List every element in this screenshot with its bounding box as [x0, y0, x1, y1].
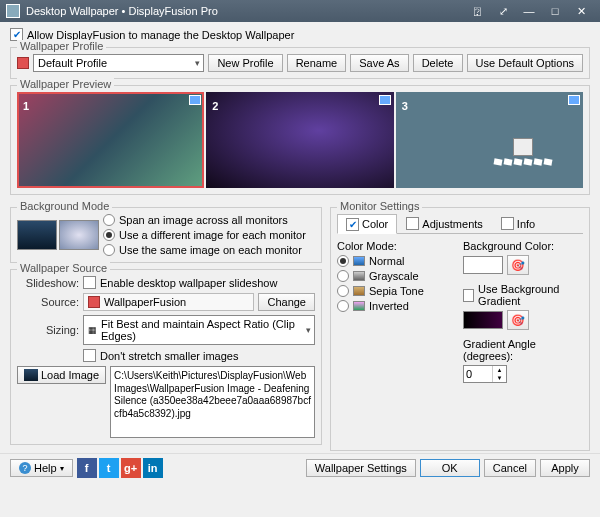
monitor-number-1: 1 [23, 100, 29, 112]
linkedin-icon[interactable]: in [143, 458, 163, 478]
radio-grayscale[interactable] [337, 270, 349, 282]
monitor-icon [568, 95, 580, 105]
monitor-number-3: 3 [402, 100, 408, 112]
gradient-angle-label: Gradient Angle (degrees): [463, 338, 583, 362]
maximize-button[interactable]: □ [542, 2, 568, 20]
slideshow-cb-label: Enable desktop wallpaper slideshow [100, 277, 277, 289]
allow-manage-label: Allow DisplayFusion to manage the Deskto… [27, 29, 294, 41]
paper-pile-icon [493, 138, 553, 178]
facebook-icon[interactable]: f [77, 458, 97, 478]
monitor-settings-group: Monitor Settings Color Adjustments Info … [330, 207, 590, 451]
bg-color-swatch[interactable] [463, 256, 503, 274]
delete-button[interactable]: Delete [413, 54, 463, 72]
gradient-angle-spinner[interactable]: ▲▼ [463, 365, 507, 383]
monitor-icon [189, 95, 201, 105]
bg-same-option[interactable]: Use the same image on each monitor [103, 244, 315, 256]
gradient-angle-input[interactable] [464, 366, 492, 382]
gradient-picker-button[interactable]: 🎯 [507, 310, 529, 330]
spinner-up-icon[interactable]: ▲ [493, 366, 506, 374]
googleplus-icon[interactable]: g+ [121, 458, 141, 478]
wallpaper-profile-group: Wallpaper Profile Default Profile New Pr… [10, 47, 590, 79]
wallpaperfusion-icon [88, 296, 100, 308]
radio-span[interactable] [103, 214, 115, 226]
load-image-button[interactable]: Load Image [17, 366, 106, 384]
bg-diff-option[interactable]: Use a different image for each monitor [103, 229, 315, 241]
wallpaper-source-group: Wallpaper Source Slideshow: Enable deskt… [10, 269, 322, 445]
radio-normal[interactable] [337, 255, 349, 267]
radio-same[interactable] [103, 244, 115, 256]
slideshow-checkbox[interactable] [83, 276, 96, 289]
color-mode-label: Color Mode: [337, 240, 459, 252]
tab-info[interactable]: Info [492, 214, 544, 233]
dont-stretch-label: Don't stretch smaller images [100, 350, 238, 362]
restore-titlebar-icon[interactable]: ⤢ [490, 2, 516, 20]
mode-grayscale-option[interactable]: Grayscale [337, 270, 459, 282]
cancel-button[interactable]: Cancel [484, 459, 536, 477]
source-value: WallpaperFusion [104, 296, 186, 308]
monitor-preview-3[interactable]: 3 [396, 92, 583, 188]
mode-sepia-option[interactable]: Sepia Tone [337, 285, 459, 297]
gradient-swatch[interactable] [463, 311, 503, 329]
help-button[interactable]: ? Help ▾ [10, 459, 73, 477]
normal-icon [353, 256, 365, 266]
twitter-icon[interactable]: t [99, 458, 119, 478]
image-path-field[interactable]: C:\Users\Keith\Pictures\DisplayFusion\We… [110, 366, 315, 438]
wallpaper-settings-button[interactable]: Wallpaper Settings [306, 459, 416, 477]
radio-diff[interactable] [103, 229, 115, 241]
app-icon [6, 4, 20, 18]
gradient-checkbox[interactable] [463, 289, 474, 302]
monitor-thumbs [17, 220, 99, 250]
radio-sepia[interactable] [337, 285, 349, 297]
footer-bar: ? Help ▾ f t g+ in Wallpaper Settings OK… [0, 453, 600, 482]
preview-legend: Wallpaper Preview [17, 78, 114, 90]
inverted-icon [353, 301, 365, 311]
monitor-preview-1[interactable]: 1 [17, 92, 204, 188]
save-as-button[interactable]: Save As [350, 54, 408, 72]
sepia-icon [353, 286, 365, 296]
apply-button[interactable]: Apply [540, 459, 590, 477]
slideshow-label: Slideshow: [17, 277, 79, 289]
profile-selected: Default Profile [38, 57, 107, 69]
new-profile-button[interactable]: New Profile [208, 54, 282, 72]
source-label: Source: [17, 296, 79, 308]
background-mode-group: Background Mode Span an image across all… [10, 207, 322, 263]
rename-button[interactable]: Rename [287, 54, 347, 72]
mode-normal-option[interactable]: Normal [337, 255, 459, 267]
tab-adjust-check-icon [406, 217, 419, 230]
monitor-preview-2[interactable]: 2 [206, 92, 393, 188]
close-button[interactable]: ✕ [568, 2, 594, 20]
tab-color-check-icon [346, 218, 359, 231]
dont-stretch-checkbox[interactable] [83, 349, 96, 362]
minimize-button[interactable]: — [516, 2, 542, 20]
monitor-number-2: 2 [212, 100, 218, 112]
monitor-icon [379, 95, 391, 105]
image-thumb-icon [24, 369, 38, 381]
help-icon: ? [19, 462, 31, 474]
ok-button[interactable]: OK [420, 459, 480, 477]
tab-color[interactable]: Color [337, 214, 397, 234]
social-links: f t g+ in [77, 458, 163, 478]
profile-icon [17, 57, 29, 69]
chevron-down-icon: ▾ [60, 464, 64, 473]
mode-inverted-option[interactable]: Inverted [337, 300, 459, 312]
grayscale-icon [353, 271, 365, 281]
change-source-button[interactable]: Change [258, 293, 315, 311]
sizing-label: Sizing: [17, 324, 79, 336]
sizing-dropdown[interactable]: ▦ Fit Best and maintain Aspect Ratio (Cl… [83, 315, 315, 345]
bg-mode-legend: Background Mode [17, 200, 112, 212]
window-title: Desktop Wallpaper • DisplayFusion Pro [26, 5, 464, 17]
titlebar[interactable]: Desktop Wallpaper • DisplayFusion Pro ⍰ … [0, 0, 600, 22]
profile-legend: Wallpaper Profile [17, 40, 106, 52]
use-default-button[interactable]: Use Default Options [467, 54, 583, 72]
use-gradient-option[interactable]: Use Background Gradient [463, 283, 583, 307]
monitor-tabs: Color Adjustments Info [337, 214, 583, 234]
sizing-value: Fit Best and maintain Aspect Ratio (Clip… [101, 318, 298, 342]
tab-adjustments[interactable]: Adjustments [397, 214, 492, 233]
radio-inverted[interactable] [337, 300, 349, 312]
bg-color-label: Background Color: [463, 240, 583, 252]
spinner-down-icon[interactable]: ▼ [493, 374, 506, 382]
help-titlebar-icon[interactable]: ⍰ [464, 2, 490, 20]
profile-dropdown[interactable]: Default Profile [33, 54, 204, 72]
color-picker-button[interactable]: 🎯 [507, 255, 529, 275]
bg-span-option[interactable]: Span an image across all monitors [103, 214, 315, 226]
